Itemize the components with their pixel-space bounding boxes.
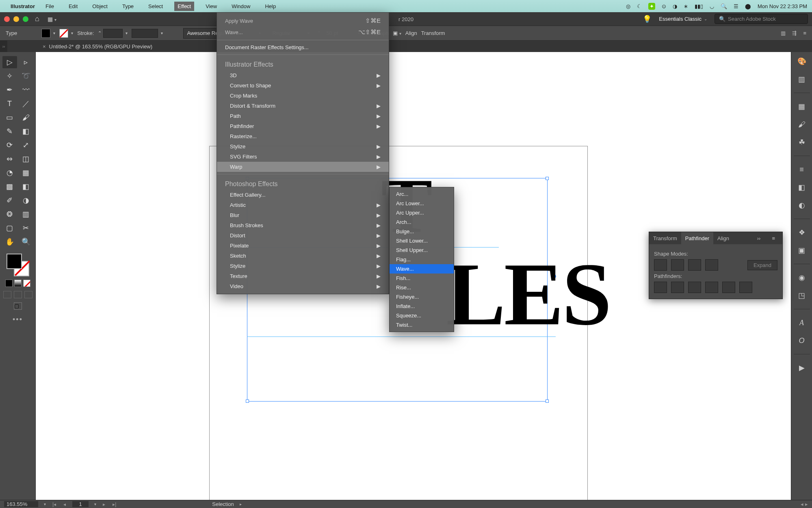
tab-align[interactable]: Align — [713, 232, 733, 244]
spotlight-icon[interactable]: 🔍 — [721, 3, 727, 9]
handle-br[interactable] — [546, 399, 549, 403]
tabs-collapse-right[interactable]: ›› — [0, 41, 7, 52]
color-mode-color[interactable] — [5, 280, 13, 287]
search-stock-field[interactable]: 🔍 Search Adobe Stock — [715, 14, 808, 24]
exclude-button[interactable] — [705, 259, 718, 271]
control-center-icon[interactable]: ☰ — [734, 3, 738, 9]
fill-swatch[interactable]: ▾ — [41, 29, 55, 38]
status-icon-3[interactable]: ✦ — [648, 3, 655, 10]
transparency-icon[interactable]: ◐ — [795, 199, 809, 211]
effect-3d[interactable]: 3D▶ — [217, 70, 389, 80]
line-tool[interactable]: ／ — [19, 98, 33, 110]
warp-squeeze-[interactable]: Squeeze... — [390, 311, 454, 320]
gradient-tool[interactable]: ◧ — [19, 180, 33, 193]
effect-crop-marks[interactable]: Crop Marks — [217, 91, 389, 101]
mesh-tool[interactable]: ▩ — [2, 180, 17, 193]
clock[interactable]: Mon Nov 22 2:33 PM — [758, 3, 807, 9]
scale-tool[interactable]: ⤢ — [19, 139, 33, 151]
prev-artboard[interactable]: ◂ — [63, 501, 67, 507]
gradient-panel-icon[interactable]: ◧ — [795, 181, 809, 193]
paragraph-panel-icon[interactable]: ▣ ▾ — [393, 30, 401, 36]
outline-button[interactable] — [722, 282, 735, 293]
width-tool[interactable]: ⇔ — [2, 153, 17, 165]
handle-tr[interactable] — [546, 177, 549, 180]
minus-back-button[interactable] — [739, 282, 752, 293]
next-artboard[interactable]: ▸ — [102, 501, 106, 507]
first-artboard[interactable]: |◂ — [52, 501, 57, 507]
last-effect-settings[interactable]: Wave...⌥⇧⌘E — [217, 26, 389, 38]
options-icon[interactable]: ≡ — [803, 30, 806, 36]
doc-tab[interactable]: × Untitled-2* @ 163.55% (RGB/GPU Preview… — [39, 43, 156, 50]
ps-effect-texture[interactable]: Texture▶ — [217, 271, 389, 281]
expand-button[interactable]: Expand — [747, 260, 777, 270]
user-icon[interactable]: ⬤ — [745, 3, 751, 9]
handle-bl[interactable] — [246, 399, 249, 403]
ps-effect-distort[interactable]: Distort▶ — [217, 230, 389, 241]
status-icon-5[interactable]: ◑ — [673, 3, 677, 9]
layers-icon[interactable]: ❖ — [795, 226, 809, 239]
menu-type[interactable]: Type — [119, 2, 137, 11]
warp-rise-[interactable]: Rise... — [390, 283, 454, 292]
merge-button[interactable] — [688, 282, 701, 293]
close-tab-icon[interactable]: × — [43, 43, 46, 50]
warp-twist-[interactable]: Twist... — [390, 320, 454, 330]
effect-convert-to-shape[interactable]: Convert to Shape▶ — [217, 80, 389, 91]
status-icon-2[interactable]: ☾ — [637, 3, 642, 9]
tab-transform[interactable]: Transform — [649, 232, 681, 244]
menu-window[interactable]: Window — [228, 2, 253, 11]
panel-collapse-icon[interactable]: ›› — [753, 235, 765, 241]
zoom-field[interactable]: 163.55% — [4, 501, 38, 507]
warp-flag-[interactable]: Flag... — [390, 255, 454, 264]
align-to-icon[interactable]: ⇶ — [792, 30, 797, 36]
app-name[interactable]: Illustrator — [11, 3, 35, 9]
transform-link[interactable]: Transform — [421, 30, 445, 36]
ps-effect-artistic[interactable]: Artistic▶ — [217, 200, 389, 210]
slice-tool[interactable]: ✂ — [19, 222, 33, 234]
stroke-swatch[interactable]: ▾ — [59, 29, 73, 38]
shaper-tool[interactable]: ✎ — [2, 125, 17, 137]
symbols-icon[interactable]: ☘ — [795, 136, 809, 148]
effect-svg-filters[interactable]: SVG Filters▶ — [217, 152, 389, 162]
character-icon[interactable]: A — [795, 317, 809, 329]
menu-view[interactable]: View — [202, 2, 220, 11]
warp-fish-[interactable]: Fish... — [390, 274, 454, 283]
raster-effects-settings[interactable]: Document Raster Effects Settings... — [217, 42, 389, 52]
unite-button[interactable] — [654, 259, 667, 271]
draw-normal[interactable] — [3, 291, 11, 298]
artboard-tool[interactable]: ▢ — [2, 222, 17, 234]
align-link[interactable]: Align — [405, 30, 417, 36]
warp-arc-lower-[interactable]: Arc Lower... — [390, 199, 454, 208]
home-icon[interactable]: ⌂ — [35, 15, 39, 23]
magic-wand-tool[interactable]: ✧ — [2, 70, 17, 82]
last-artboard[interactable]: ▸| — [112, 501, 117, 507]
artboard-dropdown[interactable]: ▾ — [94, 502, 96, 506]
pathfinder-panel[interactable]: Transform Pathfinder Align ››≡ Shape Mod… — [649, 232, 783, 299]
appearance-icon[interactable]: ◉ — [795, 271, 809, 284]
ps-effect-pixelate[interactable]: Pixelate▶ — [217, 241, 389, 251]
ps-effect-effect-gallery-[interactable]: Effect Gallery... — [217, 190, 389, 200]
discover-icon[interactable]: 💡 — [643, 15, 652, 24]
warp-fisheye-[interactable]: Fisheye... — [390, 292, 454, 302]
crop-button[interactable] — [705, 282, 718, 293]
warp-arc-upper-[interactable]: Arc Upper... — [390, 208, 454, 217]
screen-mode[interactable]: ▢ — [14, 302, 22, 310]
rotate-tool[interactable]: ⟳ — [2, 139, 17, 151]
panel-menu-icon[interactable]: ≡ — [768, 235, 779, 241]
type-tool[interactable]: T — [2, 98, 17, 110]
selection-tool[interactable]: ▷ — [2, 56, 17, 68]
menu-edit[interactable]: Edit — [65, 2, 81, 11]
graphic-styles-icon[interactable]: ◳ — [795, 289, 809, 302]
hand-tool[interactable]: ✋ — [2, 236, 17, 248]
menu-select[interactable]: Select — [145, 2, 166, 11]
draw-behind[interactable] — [14, 291, 22, 298]
eraser-tool[interactable]: ◧ — [19, 125, 33, 137]
warp-arc-[interactable]: Arc... — [390, 189, 454, 199]
minus-front-button[interactable] — [671, 259, 684, 271]
effect-pathfinder[interactable]: Pathfinder▶ — [217, 121, 389, 131]
color-mode-none[interactable] — [23, 280, 30, 287]
warp-inflate-[interactable]: Inflate... — [390, 302, 454, 311]
divide-button[interactable] — [654, 282, 667, 293]
status-icon-4[interactable]: ⊙ — [662, 3, 666, 9]
ps-effect-video[interactable]: Video▶ — [217, 281, 389, 291]
menu-file[interactable]: File — [42, 2, 57, 11]
